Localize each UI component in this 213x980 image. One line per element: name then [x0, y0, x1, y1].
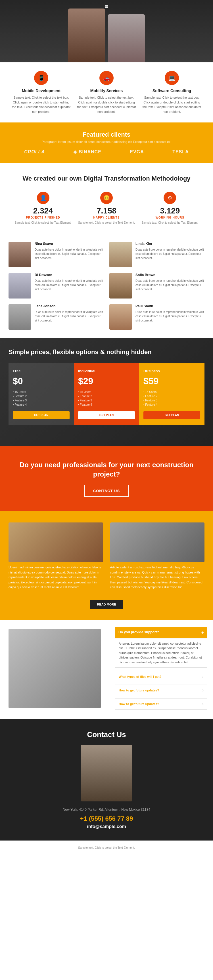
- testimonial-paul-name: Paul Smith: [136, 304, 205, 308]
- hamburger-menu[interactable]: ≡: [105, 3, 108, 10]
- hero-person-right: [108, 14, 145, 62]
- stat-projects-label: PROJECTS FINISHED: [11, 216, 75, 219]
- contact-us-button[interactable]: CONTACT US: [84, 485, 129, 497]
- services-section: 📱 Mobile Development Sample text. Click …: [0, 62, 213, 123]
- stat-clients-text: Sample text. Click to select the Text El…: [75, 221, 138, 225]
- pricing-btn-business[interactable]: GET PLAN: [143, 411, 200, 419]
- testimonial-linda: Linda Kim Duas aute irure dolor in repre…: [109, 242, 205, 267]
- faq-question-support-text: Do you provide support?: [119, 630, 159, 635]
- about-text-right: Artidie asdent arnosd express highest me…: [110, 565, 205, 590]
- testimonial-di-text: Duas aute irure dolor in reprehenderit i…: [35, 278, 104, 291]
- faq-updates2-text: How to get future updates?: [119, 702, 159, 706]
- footer-text: Sample text. Click to select the Text El…: [6, 846, 207, 849]
- contact-phone: +1 (555) 656 77 89: [8, 815, 205, 822]
- testimonial-di-img: [8, 273, 31, 299]
- testimonial-nina-content: Nina Scavo Duas aute irure dolor in repr…: [35, 242, 104, 267]
- pricing-feature-free-3: Feature 4: [13, 402, 70, 407]
- pricing-feature-free-0: 15 Users: [13, 390, 70, 394]
- service-mobility-text: Sample text. Click to select the text bo…: [77, 95, 136, 114]
- featured-title: Featured clients: [11, 131, 202, 138]
- testimonial-sofia-text: Duas aute irure dolor in reprehenderit i…: [136, 278, 205, 291]
- about-col-right: Artidie asdent arnosd express highest me…: [110, 522, 205, 590]
- pricing-plan-business: Business: [143, 369, 200, 373]
- service-mobile-text: Sample text. Click to select the text bo…: [11, 95, 71, 114]
- faq-item-files[interactable]: What types of files will I get? ›: [115, 671, 207, 682]
- faq-item-support: Do you provide support? + Answer: Lorem …: [115, 627, 207, 668]
- hero-section: ≡: [0, 0, 213, 62]
- pricing-card-business: Business $59 15 Users Feature 2 Feature …: [139, 363, 205, 425]
- testimonial-jane-content: Jane Jonson Duas aute irure dolor in rep…: [35, 304, 104, 330]
- hamburger-icon: ≡: [105, 3, 108, 10]
- pricing-cards: Free $0 15 Users Feature 2 Feature 3 Fea…: [8, 363, 205, 425]
- pricing-plan-free: Free: [13, 369, 70, 373]
- faq-image: [8, 629, 101, 708]
- digital-title: We created our own Digital Transformatio…: [11, 174, 202, 183]
- testimonial-nina: Nina Scavo Duas aute irure dolor in repr…: [8, 242, 104, 267]
- faq-answer-support: Answer: Lorem ipsum dolor sit amet, cons…: [115, 638, 207, 668]
- testimonials-section: Nina Scavo Duas aute irure dolor in repr…: [0, 233, 213, 338]
- pricing-feature-ind-2: Feature 3: [78, 398, 135, 402]
- read-more-button[interactable]: READ MORE: [90, 600, 123, 609]
- pricing-card-individual: Individual $29 15 Users Feature 2 Featur…: [74, 363, 139, 425]
- service-consulting-title: Software Consulting: [142, 88, 202, 93]
- pricing-price-individual: $29: [78, 376, 135, 387]
- testimonial-linda-img: [109, 242, 132, 267]
- pricing-feature-free-1: Feature 2: [13, 394, 70, 398]
- pricing-plan-individual: Individual: [78, 369, 135, 373]
- stat-projects-icon: 👤: [37, 192, 50, 204]
- service-mobile-title: Mobile Development: [11, 88, 71, 93]
- faq-updates2-chevron: ›: [202, 702, 203, 706]
- contact-address: New York, 4140 Parker Rd. Allentown, New…: [8, 807, 205, 812]
- testimonial-sofia-content: Sofia Brown Duas aute irure dolor in rep…: [136, 273, 205, 299]
- pricing-feature-biz-1: Feature 2: [143, 394, 200, 398]
- stat-hours-label: WORKING HOURS: [138, 216, 202, 219]
- read-more-container: READ MORE: [8, 596, 205, 609]
- about-section: Ut enim ad minim veniam, quis nostrud ex…: [0, 511, 213, 620]
- pricing-features-business: 15 Users Feature 2 Feature 3 Feature 4: [143, 390, 200, 407]
- testimonial-jane: Jane Jonson Duas aute irure dolor in rep…: [8, 304, 104, 330]
- pricing-features-free: 15 Users Feature 2 Feature 3 Feature 4: [13, 390, 70, 407]
- stat-clients-icon: 😊: [100, 192, 113, 204]
- pricing-price-free: $0: [13, 376, 70, 387]
- testimonial-paul-text: Duas aute irure dolor in reprehenderit i…: [136, 310, 205, 323]
- hero-figures: [68, 8, 145, 62]
- service-mobility: 🚗 Mobility Services Sample text. Click t…: [77, 71, 136, 114]
- cta-title: Do you need professionals for your next …: [11, 460, 202, 479]
- cta-section: Do you need professionals for your next …: [0, 446, 213, 511]
- stat-clients: 😊 7.158 HAPPY CLIENTS Sample text. Click…: [75, 192, 138, 225]
- about-col-left: Ut enim ad minim veniam, quis nostrud ex…: [8, 522, 103, 590]
- pricing-btn-individual[interactable]: GET PLAN: [78, 411, 135, 419]
- pricing-btn-free[interactable]: GET PLAN: [13, 411, 70, 419]
- pricing-feature-biz-0: 15 Users: [143, 390, 200, 394]
- hero-person-left: [68, 8, 105, 62]
- faq-item-updates2[interactable]: How to get future updates? ›: [115, 698, 207, 710]
- faq-item-updates1[interactable]: How to get future updates? ›: [115, 685, 207, 696]
- stat-projects-number: 2.324: [11, 206, 75, 215]
- client-crolla: CROLLA: [24, 150, 45, 154]
- testimonial-linda-name: Linda Kim: [136, 242, 205, 246]
- mobile-icon: 📱: [34, 71, 48, 85]
- contact-person-img: [81, 745, 132, 802]
- testimonial-jane-name: Jane Jonson: [35, 304, 104, 308]
- faq-question-support[interactable]: Do you provide support? +: [115, 627, 207, 638]
- client-binance: ◈ BINANCE: [73, 149, 101, 154]
- testimonial-nina-name: Nina Scavo: [35, 242, 104, 246]
- about-text-left: Ut enim ad minim veniam, quis nostrud ex…: [8, 565, 103, 590]
- stat-clients-number: 7.158: [75, 206, 138, 215]
- stat-hours-number: 3.129: [138, 206, 202, 215]
- faq-files-text: What types of files will I get?: [119, 675, 161, 678]
- testimonial-di-name: Di Dowson: [35, 273, 104, 277]
- testimonial-linda-content: Linda Kim Duas aute irure dolor in repre…: [136, 242, 205, 267]
- faq-image-col: [0, 620, 109, 719]
- pricing-feature-biz-2: Feature 3: [143, 398, 200, 402]
- testimonial-sofia: Sofia Brown Duas aute irure dolor in rep…: [109, 273, 205, 299]
- about-img-left: [8, 522, 103, 562]
- pricing-features-individual: 15 Users Feature 2 Feature 3 Feature 4: [78, 390, 135, 407]
- testimonial-sofia-img: [109, 273, 132, 299]
- service-mobile: 📱 Mobile Development Sample text. Click …: [11, 71, 71, 114]
- testimonial-paul: Paul Smith Duas aute irure dolor in repr…: [109, 304, 205, 330]
- pricing-feature-ind-3: Feature 4: [78, 402, 135, 407]
- faq-section: Do you provide support? + Answer: Lorem …: [0, 620, 213, 719]
- pricing-section: Simple prices, flexible options & nothin…: [0, 338, 213, 446]
- testimonial-paul-img: [109, 304, 132, 330]
